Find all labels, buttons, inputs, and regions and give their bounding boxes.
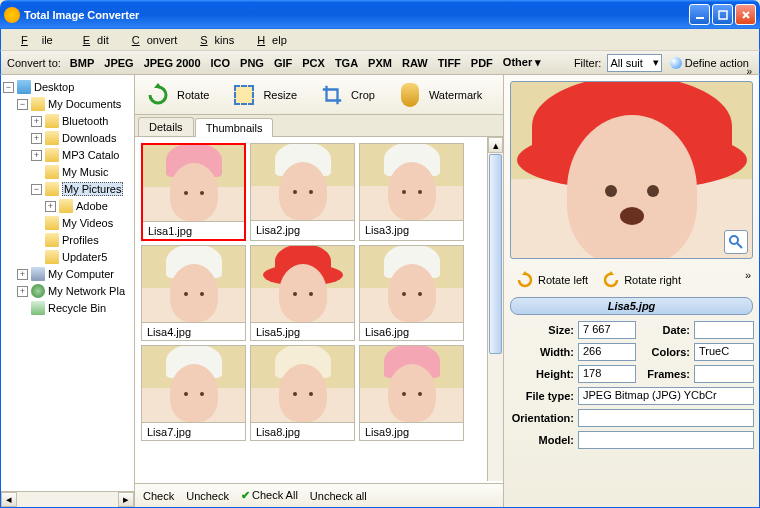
tree-bluetooth[interactable]: +Bluetooth [3,113,132,129]
crop-button[interactable]: Crop [319,82,375,108]
minimize-button[interactable] [689,4,710,25]
fmt-tga[interactable]: TGA [332,55,361,71]
rotate-right-icon [602,271,620,289]
crop-icon [319,82,345,108]
tree-hscrollbar[interactable]: ◂ ▸ [1,491,134,507]
tree-my-computer[interactable]: +My Computer [3,266,132,282]
menu-bar: File Edit Convert Skins Help [0,29,760,51]
fmt-bmp[interactable]: BMP [67,55,97,71]
rotate-icon [145,82,171,108]
tree-my-documents[interactable]: −My Documents [3,96,132,112]
resize-button[interactable]: Resize [231,82,297,108]
tree-mp3[interactable]: +MP3 Catalo [3,147,132,163]
fmt-tiff[interactable]: TIFF [435,55,464,71]
prop-height-label: Height: [510,368,578,380]
menu-help[interactable]: Help [243,32,294,48]
action-bar: Rotate Resize Crop Watermark [135,75,503,115]
fmt-jpeg[interactable]: JPEG [101,55,136,71]
thumbnail-image [360,246,463,322]
fmt-png[interactable]: PNG [237,55,267,71]
fmt-pdf[interactable]: PDF [468,55,496,71]
scroll-up-button[interactable]: ▴ [488,137,503,153]
menu-convert[interactable]: Convert [118,32,185,48]
preview-image [510,81,753,259]
thumbnail-item[interactable]: Lisa2.jpg [250,143,355,241]
prop-filetype-value: JPEG Bitmap (JPG) YCbCr [578,387,754,405]
thumbnail-item[interactable]: Lisa4.jpg [141,245,246,341]
thumbs-vscrollbar[interactable]: ▴ [487,137,503,481]
thumbnail-image [251,346,354,422]
fmt-pcx[interactable]: PCX [299,55,328,71]
filter-select[interactable]: All suit▾ [607,54,661,72]
scroll-thumb[interactable] [489,154,502,354]
fmt-ico[interactable]: ICO [208,55,234,71]
menu-edit[interactable]: Edit [69,32,116,48]
tree-downloads[interactable]: +Downloads [3,130,132,146]
prop-frames-label: Frames: [636,368,694,380]
prop-date-label: Date: [636,324,694,336]
uncheck-button[interactable]: Uncheck [186,490,229,502]
fmt-other[interactable]: Other ▾ [500,54,544,71]
watermark-button[interactable]: Watermark [397,82,482,108]
network-icon [31,284,45,298]
fmt-raw[interactable]: RAW [399,55,431,71]
prop-width-label: Width: [510,346,578,358]
thumbnail-image [360,144,463,220]
app-icon [4,7,20,23]
check-all-button[interactable]: ✔Check All [241,489,298,502]
window-title: Total Image Converter [24,9,689,21]
tree-recycle-bin[interactable]: Recycle Bin [3,300,132,316]
tab-thumbnails[interactable]: Thumbnails [195,118,274,137]
rotate-button[interactable]: Rotate [145,82,209,108]
close-button[interactable] [735,4,756,25]
menu-file[interactable]: File [7,32,67,48]
rotate-right-button[interactable]: Rotate right [598,269,685,291]
fmt-gif[interactable]: GIF [271,55,295,71]
tree-profiles[interactable]: Profiles [3,232,132,248]
thumbnail-item[interactable]: Lisa7.jpg [141,345,246,441]
tree-my-pictures[interactable]: −My Pictures [3,181,132,197]
thumbnail-image [142,246,245,322]
tree-adobe[interactable]: +Adobe [3,198,132,214]
tree-my-music[interactable]: My Music [3,164,132,180]
folder-icon [45,131,59,145]
thumbnail-item[interactable]: Lisa5.jpg [250,245,355,341]
tree-my-videos[interactable]: My Videos [3,215,132,231]
scroll-left-button[interactable]: ◂ [1,492,17,507]
folder-icon [45,114,59,128]
fmt-pxm[interactable]: PXM [365,55,395,71]
tab-details[interactable]: Details [138,117,194,136]
tree-updater5[interactable]: Updater5 [3,249,132,265]
thumbnail-image [251,246,354,322]
thumbnail-label: Lisa1.jpg [143,221,244,239]
folder-icon [45,216,59,230]
thumbnail-item[interactable]: Lisa9.jpg [359,345,464,441]
prop-orientation-label: Orientation: [510,412,578,424]
thumbnail-item[interactable]: Lisa3.jpg [359,143,464,241]
rotate-left-button[interactable]: Rotate left [512,269,592,291]
thumbnail-label: Lisa4.jpg [142,322,245,340]
tree-desktop[interactable]: −Desktop [3,79,132,95]
tab-row: Details Thumbnails [135,115,503,137]
tree-my-network[interactable]: +My Network Pla [3,283,132,299]
convert-toolbar: Convert to: BMP JPEG JPEG 2000 ICO PNG G… [0,51,760,75]
thumbnail-item[interactable]: Lisa1.jpg [141,143,246,241]
maximize-button[interactable] [712,4,733,25]
zoom-button[interactable] [724,230,748,254]
recycle-icon [31,301,45,315]
chevron-icon[interactable]: » [746,66,752,77]
fmt-jpeg2000[interactable]: JPEG 2000 [141,55,204,71]
chevron-icon[interactable]: » [745,269,751,281]
thumbnail-image [142,346,245,422]
folder-icon [45,233,59,247]
prop-date-value [694,321,754,339]
scroll-right-button[interactable]: ▸ [118,492,134,507]
check-button[interactable]: Check [143,490,174,502]
thumbnail-item[interactable]: Lisa8.jpg [250,345,355,441]
thumbnail-item[interactable]: Lisa6.jpg [359,245,464,341]
uncheck-all-button[interactable]: Uncheck all [310,490,367,502]
define-action-button[interactable]: Define action [666,55,753,71]
computer-icon [31,267,45,281]
menu-skins[interactable]: Skins [186,32,241,48]
filter-label: Filter: [574,57,602,69]
